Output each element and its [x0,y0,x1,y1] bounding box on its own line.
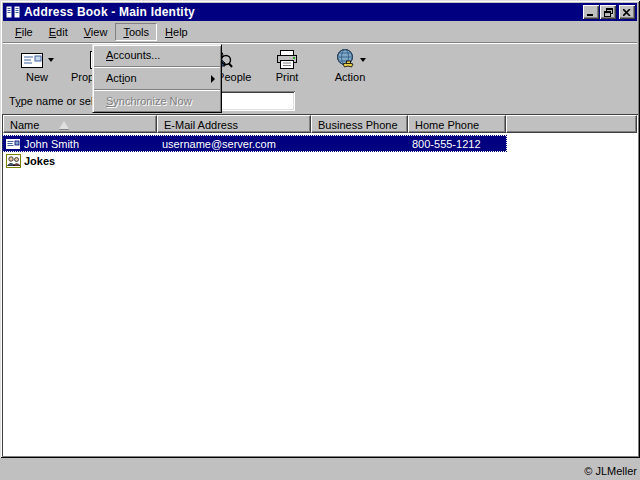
menu-help[interactable]: Help [157,23,196,41]
column-header-business-phone[interactable]: Business Phone [311,115,408,133]
action-globe-icon [334,48,358,70]
menu-item-action[interactable]: Action [93,68,221,89]
contact-home-phone: 800-555-1212 [408,138,506,150]
print-icon [275,49,299,70]
restore-button[interactable] [600,5,616,19]
column-header-filler [506,115,637,133]
list-header: Name E-Mail Address Business Phone Home … [3,115,637,133]
contact-email: username@server.com [157,138,311,150]
menu-item-accounts[interactable]: Accounts... [93,45,221,66]
submenu-arrow-icon [211,75,215,83]
window-controls [583,5,635,19]
author-credit: © JLMeller [584,465,637,477]
contact-list: Name E-Mail Address Business Phone Home … [2,114,638,456]
group-icon [5,154,22,168]
address-book-icon [5,4,21,20]
contact-name: John Smith [24,138,79,150]
contact-card-icon [5,137,22,151]
table-row[interactable]: Jokes [3,153,506,168]
print-button-label: Print [259,71,315,83]
table-row[interactable]: John Smith username@server.com 800-555-1… [3,136,506,151]
menubar: File Edit View Tools Help [3,22,637,42]
new-button-label: New [9,71,65,83]
menu-edit[interactable]: Edit [41,23,76,41]
dropdown-arrow-icon [48,58,54,62]
menu-view[interactable]: View [76,23,116,41]
action-button[interactable]: Action [317,46,383,88]
column-header-email[interactable]: E-Mail Address [157,115,311,133]
dropdown-arrow-icon [360,58,366,62]
menu-file[interactable]: File [7,23,41,41]
close-button[interactable] [619,5,635,19]
menu-item-synchronize-now[interactable]: Synchronize Now [93,91,221,112]
menu-tools[interactable]: Tools [115,23,157,41]
close-icon [623,9,631,16]
group-name: Jokes [24,155,55,167]
titlebar[interactable]: Address Book - Main Identity [3,3,637,21]
window-title: Address Book - Main Identity [24,5,195,19]
action-button-label: Action [317,71,383,83]
restore-icon [604,8,613,17]
print-button[interactable]: Print [259,46,315,88]
column-header-home-phone[interactable]: Home Phone [408,115,506,133]
list-body: John Smith username@server.com 800-555-1… [3,133,637,455]
tools-menu-popup: Accounts... Action Synchronize Now [92,44,222,113]
minimize-button[interactable] [583,5,599,19]
column-header-name[interactable]: Name [3,115,157,133]
minimize-icon [587,9,595,16]
desktop-background: Address Book - Main Identity File Edit V… [0,0,640,480]
new-card-icon [20,50,46,70]
new-button[interactable]: New [9,46,65,88]
sort-ascending-icon [59,121,69,129]
